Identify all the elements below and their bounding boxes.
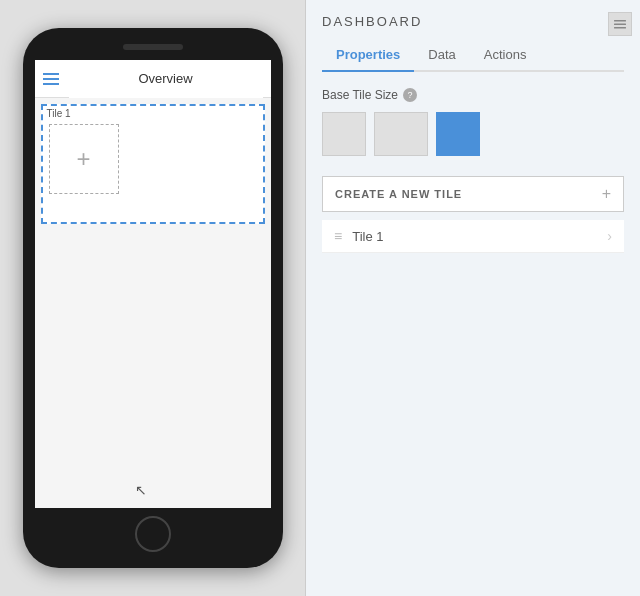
settings-icon[interactable] [608, 12, 632, 36]
tab-properties[interactable]: Properties [322, 39, 414, 72]
svg-rect-0 [614, 20, 626, 22]
add-tile-box[interactable]: + [49, 124, 119, 194]
panel-title: DASHBOARD [322, 14, 624, 29]
tile-size-options [322, 112, 624, 156]
svg-rect-1 [614, 24, 626, 26]
create-tile-label: CREATE A NEW TILE [335, 188, 462, 200]
panel-header: DASHBOARD Properties Data Actions [306, 0, 640, 72]
svg-rect-2 [614, 27, 626, 29]
create-tile-bar[interactable]: CREATE A NEW TILE + [322, 176, 624, 212]
app-bar: Overview [35, 60, 271, 98]
drag-icon: ≡ [334, 228, 342, 244]
tile-item-label: Tile 1 [352, 229, 607, 244]
tile-size-large[interactable] [436, 112, 480, 156]
tab-data[interactable]: Data [414, 39, 469, 72]
list-item[interactable]: ≡ Tile 1 › [322, 220, 624, 253]
base-tile-size-label: Base Tile Size ? [322, 88, 624, 102]
phone-body: Overview Tile 1 + ↖ [23, 28, 283, 568]
create-tile-plus-icon[interactable]: + [602, 185, 611, 203]
tile-size-medium[interactable] [374, 112, 428, 156]
tile-label: Tile 1 [47, 108, 71, 119]
phone-speaker [123, 44, 183, 50]
phone-content: Tile 1 + ↖ [35, 98, 271, 508]
right-panel: DASHBOARD Properties Data Actions Base T… [305, 0, 640, 596]
tile-drop-area[interactable]: Tile 1 + [41, 104, 265, 224]
add-tile-icon: + [76, 145, 90, 173]
phone-panel: Overview Tile 1 + ↖ [0, 0, 305, 596]
tile-size-small[interactable] [322, 112, 366, 156]
help-icon[interactable]: ? [403, 88, 417, 102]
phone-home-button[interactable] [135, 516, 171, 552]
phone-screen: Overview Tile 1 + ↖ [35, 60, 271, 508]
panel-body: Base Tile Size ? CREATE A NEW TILE + ≡ T… [306, 72, 640, 596]
hamburger-icon[interactable] [43, 73, 59, 85]
phone-screen-title: Overview [69, 60, 263, 98]
tab-actions[interactable]: Actions [470, 39, 541, 72]
cursor-indicator: ↖ [135, 482, 147, 498]
tabs: Properties Data Actions [322, 39, 624, 72]
chevron-right-icon: › [607, 228, 612, 244]
